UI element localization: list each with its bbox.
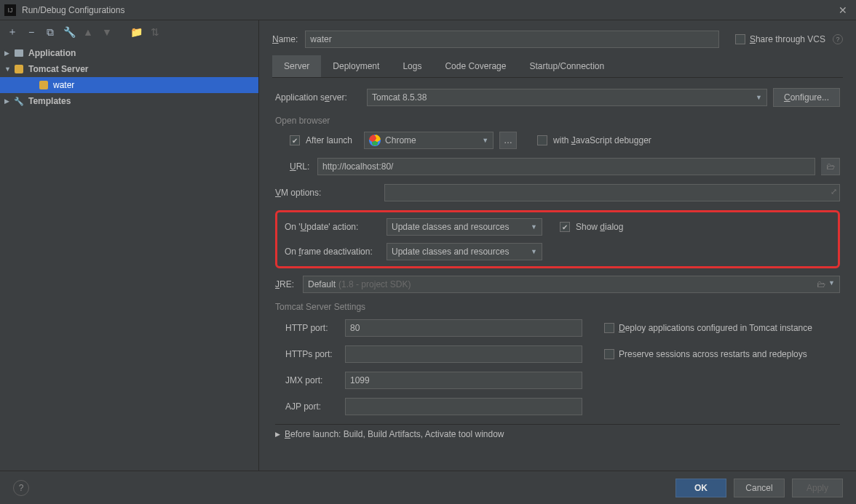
preserve-checkbox[interactable] [604,349,614,359]
browse-icon[interactable]: 🗁 [821,158,840,175]
tabs: Server Deployment Logs Code Coverage Sta… [272,55,843,78]
help-icon[interactable]: ? [833,34,843,44]
tree-label: Templates [28,96,71,106]
folder-icon[interactable]: 📁 [128,24,144,40]
browse-icon[interactable]: 🗁 [817,279,825,289]
js-debugger-label: with JavaScript debugger [553,135,651,145]
ok-button[interactable]: OK [675,479,726,497]
right-panel: Name: Share through VCS ? Server Deploym… [259,20,856,471]
tree-label: Tomcat Server [28,64,88,74]
after-launch-checkbox[interactable] [290,135,300,145]
vm-options-input[interactable] [384,184,840,201]
tree-node-tomcat-server[interactable]: ▼ Tomcat Server [0,61,258,77]
jre-value: Default [308,279,336,289]
expand-icon[interactable]: ⤢ [831,187,837,196]
tomcat-settings-label: Tomcat Server Settings [275,302,840,312]
config-tree: ▶ Application ▼ Tomcat Server water ▶ Te… [0,44,258,471]
share-checkbox[interactable] [735,34,745,44]
name-input[interactable] [305,31,719,48]
after-launch-label: After launch [306,135,352,145]
app-server-label: Application server: [275,92,361,103]
vm-options-label: VM options: [275,188,379,198]
app-server-select[interactable]: Tomcat 8.5.38 ▼ [367,89,767,106]
app-icon: IJ [4,4,16,16]
chevron-down-icon: ▼ [4,65,13,73]
https-port-label: HTTPs port: [275,349,338,359]
left-panel: ＋ − ⧉ 🔧 ▲ ▼ 📁 ⇅ ▶ Application ▼ Tomcat S… [0,20,259,471]
share-label: Share through VCS [750,34,825,44]
jmx-port-input[interactable] [345,372,582,389]
remove-icon[interactable]: − [23,24,39,40]
deploy-label: Deploy applications configured in Tomcat… [619,323,812,333]
tab-logs[interactable]: Logs [391,55,433,77]
window-title: Run/Debug Configurations [22,5,834,15]
highlighted-section: On 'Update' action: Update classes and r… [275,210,840,268]
down-icon[interactable]: ▼ [99,24,115,40]
titlebar: IJ Run/Debug Configurations ✕ [0,0,856,20]
on-update-label: On 'Update' action: [285,222,381,232]
tab-server[interactable]: Server [272,55,321,77]
chrome-icon [369,135,381,146]
js-debugger-checkbox[interactable] [537,135,547,145]
jre-hint: (1.8 - project SDK) [338,279,411,289]
application-icon [13,47,25,59]
footer: ? OK Cancel Apply [0,471,856,504]
chevron-right-icon: ▶ [275,431,280,438]
deploy-checkbox[interactable] [604,323,614,333]
jmx-port-label: JMX port: [275,375,338,385]
jre-label: JRE: [275,279,297,289]
jre-select[interactable]: Default(1.8 - project SDK) 🗁▼ [303,276,840,293]
name-label: Name: [272,34,298,44]
tree-node-application[interactable]: ▶ Application [0,45,258,61]
before-launch-row[interactable]: ▶ Before launch: Build, Build Artifacts,… [275,429,840,439]
on-frame-value: Update classes and resources [392,247,509,257]
url-input[interactable] [317,158,815,175]
chevron-down-icon: ▼ [531,223,537,231]
browser-value: Chrome [385,135,416,145]
add-icon[interactable]: ＋ [4,24,20,40]
tab-code-coverage[interactable]: Code Coverage [433,55,518,77]
templates-icon [13,95,25,107]
show-dialog-checkbox[interactable] [560,222,570,232]
cancel-button[interactable]: Cancel [734,479,785,497]
ajp-port-label: AJP port: [275,401,338,412]
chevron-down-icon: ▼ [828,279,835,289]
app-server-value: Tomcat 8.5.38 [372,92,427,103]
https-port-input[interactable] [345,345,582,363]
open-browser-label: Open browser [275,116,840,126]
show-dialog-label: Show dialog [576,222,623,232]
chevron-down-icon: ▼ [531,248,537,255]
on-update-select[interactable]: Update classes and resources ▼ [387,218,542,236]
tree-node-templates[interactable]: ▶ Templates [0,93,258,109]
save-icon[interactable]: 🔧 [61,24,77,40]
url-label: URL: [290,161,312,172]
browser-select[interactable]: Chrome ▼ [364,132,494,149]
http-port-label: HTTP port: [275,323,338,333]
close-icon[interactable]: ✕ [834,4,852,16]
tomcat-icon [13,63,25,75]
up-icon[interactable]: ▲ [80,24,96,40]
preserve-label: Preserve sessions across restarts and re… [619,349,807,359]
chevron-down-icon: ▼ [482,137,488,144]
chevron-right-icon: ▶ [4,49,13,57]
copy-icon[interactable]: ⧉ [42,24,58,40]
help-button[interactable]: ? [13,480,29,496]
tomcat-icon [38,79,49,91]
tree-label: Application [28,48,76,58]
on-frame-select[interactable]: Update classes and resources ▼ [387,243,542,260]
config-toolbar: ＋ − ⧉ 🔧 ▲ ▼ 📁 ⇅ [0,20,258,44]
collapse-icon[interactable]: ⇅ [147,24,163,40]
on-update-value: Update classes and resources [392,222,509,232]
configure-button[interactable]: Configure... [773,88,840,107]
before-launch-label: Before launch: Build, Build Artifacts, A… [285,429,504,439]
ajp-port-input[interactable] [345,398,582,415]
tree-label: water [53,80,74,90]
chevron-right-icon: ▶ [4,97,13,105]
tab-startup[interactable]: Startup/Connection [518,55,616,77]
browser-more-button[interactable]: … [499,132,517,149]
chevron-down-icon: ▼ [756,94,762,101]
apply-button[interactable]: Apply [792,479,843,497]
tab-deployment[interactable]: Deployment [321,55,391,77]
tree-node-water[interactable]: water [0,77,258,93]
http-port-input[interactable] [345,319,582,337]
